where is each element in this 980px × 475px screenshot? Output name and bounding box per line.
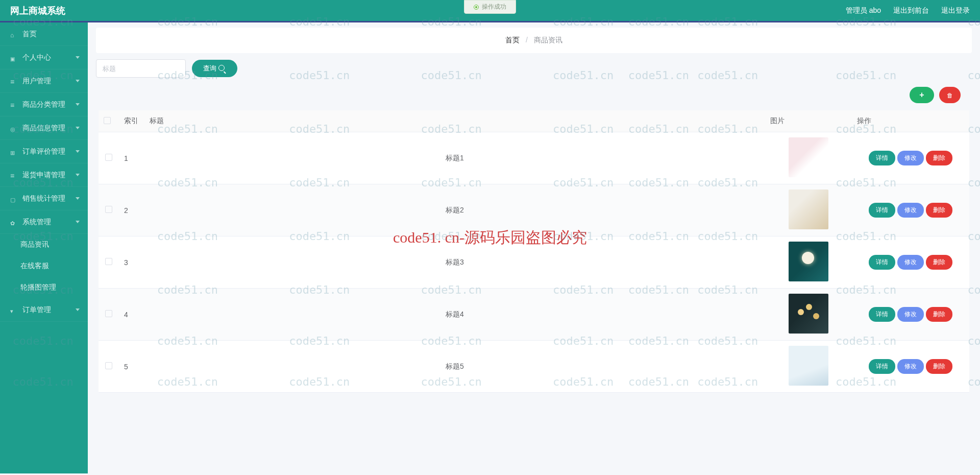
sidebar-item-label: 系统管理	[22, 218, 51, 227]
edit-button[interactable]: 修改	[897, 307, 924, 322]
cell-index: 4	[119, 289, 144, 341]
sidebar-item-4[interactable]: 商品信息管理	[0, 116, 88, 140]
cell-title: 标题5	[144, 341, 765, 393]
menu-icon	[10, 78, 17, 85]
row-checkbox[interactable]	[105, 258, 112, 265]
to-front-link[interactable]: 退出到前台	[893, 6, 929, 15]
sidebar-sub-1[interactable]: 在线客服	[0, 255, 88, 277]
edit-button[interactable]: 修改	[897, 203, 924, 218]
row-checkbox[interactable]	[105, 362, 112, 369]
select-all-checkbox[interactable]	[104, 117, 111, 124]
detail-button[interactable]: 详情	[869, 359, 895, 374]
delete-button[interactable]: 删除	[926, 151, 952, 165]
search-bar: 查询	[96, 59, 972, 78]
header-right: 管理员 abo 退出到前台 退出登录	[846, 6, 970, 15]
sidebar-item-1[interactable]: 个人中心	[0, 46, 88, 69]
edit-button[interactable]: 修改	[897, 255, 924, 270]
cell-index: 3	[119, 236, 144, 289]
detail-button[interactable]: 详情	[869, 203, 895, 218]
table-row: 3标题3详情修改删除	[99, 236, 969, 289]
sidebar-item-label: 订单评价管理	[22, 147, 65, 156]
edit-button[interactable]: 修改	[897, 359, 924, 374]
menu-icon	[10, 195, 17, 202]
search-button-label: 查询	[203, 64, 216, 73]
detail-button[interactable]: 详情	[869, 307, 895, 322]
edit-button[interactable]: 修改	[897, 151, 924, 165]
th-image: 图片	[765, 110, 852, 132]
sidebar-sub-0[interactable]: 商品资讯	[0, 234, 88, 255]
sidebar-item-label: 商品分类管理	[22, 100, 65, 109]
th-title: 标题	[144, 110, 765, 132]
sidebar-item-label: 退货申请管理	[22, 171, 65, 180]
sidebar-item-label: 商品信息管理	[22, 124, 65, 133]
sidebar-item-5[interactable]: 订单评价管理	[0, 140, 88, 163]
search-input[interactable]	[96, 59, 186, 78]
cell-index: 2	[119, 184, 144, 236]
breadcrumb: 首页 / 商品资讯	[96, 28, 972, 53]
menu-icon	[10, 31, 17, 38]
sidebar-item-label: 用户管理	[22, 77, 51, 86]
th-index: 索引	[119, 110, 144, 132]
search-icon	[218, 65, 226, 73]
cell-index: 1	[119, 132, 144, 184]
data-table: 索引 标题 图片 操作 1标题1详情修改删除2标题2详情修改删除3标题3详情修改…	[99, 110, 969, 393]
sidebar-item-3[interactable]: 商品分类管理	[0, 93, 88, 116]
delete-button[interactable]: 删除	[926, 307, 952, 322]
breadcrumb-current: 商品资讯	[534, 36, 562, 44]
cell-title: 标题4	[144, 289, 765, 341]
system-title: 网上商城系统	[10, 5, 65, 17]
table-row: 5标题5详情修改删除	[99, 341, 969, 393]
delete-button[interactable]: 删除	[926, 203, 952, 218]
menu-icon	[10, 172, 17, 179]
add-button[interactable]	[910, 87, 934, 103]
menu-icon	[10, 125, 17, 132]
sidebar-sub-2[interactable]: 轮播图管理	[0, 277, 88, 298]
cell-thumbnail	[789, 294, 828, 334]
menu-icon	[10, 148, 17, 155]
action-bar	[96, 87, 972, 103]
breadcrumb-separator: /	[526, 36, 528, 44]
detail-button[interactable]: 详情	[869, 255, 895, 270]
menu-icon	[10, 219, 17, 226]
cell-thumbnail	[789, 346, 828, 386]
main-content: 首页 / 商品资讯 查询 索引 标题 图片 操作	[88, 22, 980, 473]
bulk-delete-button[interactable]	[939, 87, 961, 103]
detail-button[interactable]: 详情	[869, 151, 895, 165]
breadcrumb-home[interactable]: 首页	[505, 36, 520, 44]
plus-icon	[919, 90, 924, 100]
search-button[interactable]: 查询	[192, 60, 237, 77]
sidebar-item-orders[interactable]: 订单管理	[0, 298, 88, 322]
cell-title: 标题3	[144, 236, 765, 289]
sidebar-item-label: 订单管理	[22, 305, 51, 315]
table-row: 2标题2详情修改删除	[99, 184, 969, 236]
cell-thumbnail	[789, 137, 828, 177]
row-checkbox[interactable]	[105, 310, 112, 317]
admin-link[interactable]: 管理员 abo	[846, 6, 881, 15]
sidebar-item-label: 销售统计管理	[22, 194, 65, 203]
trash-icon	[947, 91, 953, 99]
cell-title: 标题1	[144, 132, 765, 184]
notification-text: 操作成功	[482, 3, 506, 11]
row-checkbox[interactable]	[105, 206, 112, 213]
logout-link[interactable]: 退出登录	[941, 6, 970, 15]
delete-button[interactable]: 删除	[926, 255, 952, 270]
sidebar-item-label: 首页	[22, 30, 37, 39]
sidebar-item-6[interactable]: 退货申请管理	[0, 163, 88, 187]
menu-icon	[10, 101, 17, 108]
sidebar-item-7[interactable]: 销售统计管理	[0, 187, 88, 210]
row-checkbox[interactable]	[105, 154, 112, 161]
cell-thumbnail	[789, 189, 828, 229]
menu-icon	[10, 306, 17, 314]
sidebar-item-8[interactable]: 系统管理	[0, 210, 88, 234]
sidebar-item-2[interactable]: 用户管理	[0, 69, 88, 93]
delete-button[interactable]: 删除	[926, 359, 952, 374]
sidebar-item-0[interactable]: 首页	[0, 22, 88, 46]
cell-thumbnail	[789, 242, 828, 281]
cell-title: 标题2	[144, 184, 765, 236]
table-row: 4标题4详情修改删除	[99, 289, 969, 341]
sidebar: 首页个人中心用户管理商品分类管理商品信息管理订单评价管理退货申请管理销售统计管理…	[0, 22, 88, 473]
th-ops: 操作	[852, 110, 969, 132]
notification-toast: 操作成功	[464, 0, 516, 14]
sidebar-item-label: 个人中心	[22, 53, 51, 62]
cell-index: 5	[119, 341, 144, 393]
